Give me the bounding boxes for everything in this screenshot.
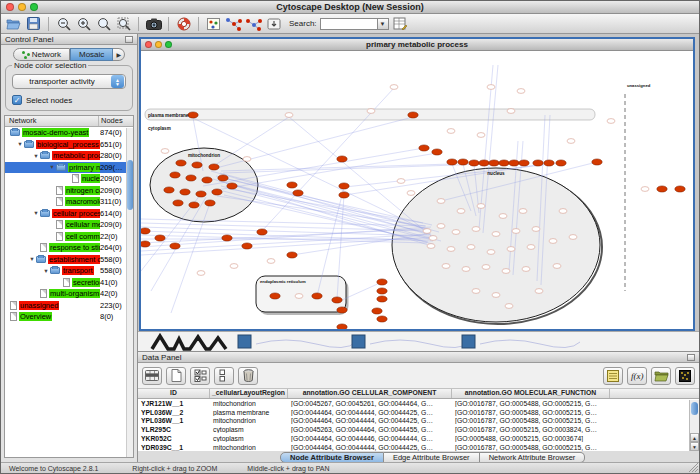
help-icon[interactable] [175, 16, 192, 32]
table-row[interactable]: YPL036W__1mitochondrion[GO:0044464, GO:0… [138, 417, 699, 426]
graph-node-orange[interactable] [186, 175, 196, 181]
tree-row-primary-metabo[interactable]: ▼primary metabo209(… [5, 162, 133, 174]
graph-node-white[interactable] [517, 89, 525, 94]
graph-node-orange[interactable] [499, 160, 509, 166]
tab-mosaic[interactable]: Mosaic [70, 48, 113, 61]
tree-row-nucleobase-[interactable]: nucleobase-209(0) [5, 173, 133, 185]
graph-node-white[interactable] [230, 264, 238, 269]
graph-node-orange[interactable] [372, 308, 382, 314]
column-header-0[interactable]: ID [138, 389, 210, 398]
graph-node-white[interactable] [285, 113, 293, 118]
graph-node-nucleus[interactable] [527, 245, 535, 250]
scroll-up-button[interactable]: ▲ [690, 433, 699, 442]
attribute-table-header[interactable]: ID_cellularLayoutRegionannotation.GO CEL… [138, 389, 699, 399]
graph-node-nucleus[interactable] [492, 232, 500, 237]
graph-node-orange[interactable] [155, 235, 165, 241]
expand-triangle-icon[interactable]: ▼ [48, 164, 56, 170]
graph-node-white[interactable] [607, 119, 615, 124]
graph-node-nucleus[interactable] [467, 245, 475, 250]
graph-node-orange[interactable] [202, 177, 212, 183]
tree-row-unassigned[interactable]: unassigned223(0) [5, 300, 133, 312]
column-header-2[interactable]: annotation.GO CELLULAR_COMPONENT [288, 389, 452, 398]
create-attribute-icon[interactable] [166, 367, 186, 385]
graph-node-white[interactable] [243, 157, 251, 162]
node-color-dropdown[interactable]: transporter activity ▲▼ [12, 74, 126, 89]
graph-node-white[interactable] [161, 149, 169, 154]
graph-node-white[interactable] [267, 259, 275, 264]
zoom-selected-icon[interactable] [95, 16, 112, 32]
graph-node-orange[interactable] [176, 160, 186, 166]
expand-triangle-icon[interactable]: ▼ [28, 256, 36, 262]
expand-triangle-icon[interactable]: ▼ [42, 268, 50, 274]
tree-row-nitrogen-compo[interactable]: nitrogen compo209(0) [5, 185, 133, 197]
table-row[interactable]: YJR121W__1mitochondrion[GO:0045267, GO:0… [138, 399, 699, 408]
graph-node-nucleus[interactable] [437, 224, 445, 229]
zoom-in-icon[interactable] [75, 16, 92, 32]
zoom-fit-icon[interactable] [115, 16, 132, 32]
tab-overflow-button[interactable]: ▶ [113, 48, 125, 61]
table-row[interactable]: YKR052Ccytoplasm[GO:0044464, GO:0044446,… [138, 434, 699, 443]
graph-node-nucleus[interactable] [549, 239, 557, 244]
graph-node-white[interactable] [507, 109, 515, 114]
tree-row-multi-organism-pro[interactable]: multi-organism pro42(0) [5, 288, 133, 300]
graph-node-orange[interactable] [196, 191, 206, 197]
graph-node-orange[interactable] [170, 243, 180, 249]
graph-node-orange[interactable] [218, 175, 228, 181]
graph-node-nucleus[interactable] [452, 230, 460, 235]
graph-node-orange[interactable] [657, 186, 667, 192]
graph-node-orange[interactable] [458, 159, 468, 165]
graph-node-white[interactable] [641, 187, 649, 192]
graph-node-orange[interactable] [257, 229, 267, 235]
graph-node-orange[interactable] [447, 159, 457, 165]
graph-node-orange[interactable] [509, 160, 519, 166]
graph-node-nucleus[interactable] [522, 267, 530, 272]
tree-row-cell-communicat[interactable]: cell communicat22(0) [5, 231, 133, 243]
graph-node-orange[interactable] [489, 160, 499, 166]
graph-node-nucleus[interactable] [427, 244, 435, 249]
graph-node-nucleus[interactable] [507, 247, 515, 252]
tree-row-mosaic-demo-yeast[interactable]: mosaic-demo-yeast874(0) [5, 127, 133, 139]
graph-node-orange[interactable] [339, 192, 349, 198]
graph-node-orange[interactable] [212, 189, 222, 195]
tree-row-cellular-process[interactable]: ▼cellular process614(0) [5, 208, 133, 220]
expand-triangle-icon[interactable]: ▼ [32, 153, 40, 159]
graph-node-white[interactable] [295, 294, 303, 299]
graph-node-orange[interactable] [533, 160, 543, 166]
tree-row-biological-process[interactable]: ▼biological_process651(0) [5, 139, 133, 151]
graph-node-nucleus[interactable] [429, 236, 437, 241]
tree-row-macromolecule[interactable]: macromolecule311(0) [5, 196, 133, 208]
resize-grip[interactable] [689, 463, 698, 472]
select-attributes-icon[interactable] [190, 367, 210, 385]
float-panel-icon[interactable] [125, 36, 133, 43]
graph-node-orange[interactable] [192, 162, 202, 168]
graph-node-orange[interactable] [209, 164, 219, 170]
vizmap-icon[interactable] [225, 16, 242, 32]
graph-node-orange[interactable] [189, 202, 199, 208]
graph-node-nucleus[interactable] [462, 267, 470, 272]
graph-node-orange[interactable] [469, 160, 479, 166]
graph-node-nucleus[interactable] [447, 247, 455, 252]
expand-triangle-icon[interactable]: ▼ [16, 141, 24, 147]
graph-node-orange[interactable] [293, 190, 303, 196]
graph-node-orange[interactable] [675, 186, 685, 192]
open-icon[interactable] [5, 16, 22, 32]
table-row[interactable]: YLR295Ccytoplasm[GO:0045263, GO:0044464,… [138, 425, 699, 434]
delete-attribute-icon[interactable] [238, 367, 258, 385]
graph-node-orange[interactable] [479, 160, 489, 166]
graph-node-orange[interactable] [173, 200, 183, 206]
graph-node-orange[interactable] [377, 279, 387, 285]
graph-node-nucleus[interactable] [442, 264, 450, 269]
graph-node-nucleus[interactable] [553, 264, 561, 269]
graph-node-nucleus[interactable] [437, 199, 445, 204]
graph-node-orange[interactable] [332, 297, 342, 303]
tree-row-metabolic-process[interactable]: ▼metabolic process280(0) [5, 150, 133, 162]
graph-node-nucleus[interactable] [519, 209, 527, 214]
table-row[interactable]: YDR039C__1mitochondrion[GO:0044464, GO:0… [138, 443, 699, 451]
graph-node-white[interactable] [397, 179, 405, 184]
graph-node-nucleus[interactable] [492, 293, 500, 298]
graph-node-orange[interactable] [377, 296, 387, 302]
graph-node-orange[interactable] [170, 172, 180, 178]
tree-row-secretion[interactable]: secretion41(0) [5, 277, 133, 289]
graph-node-orange[interactable] [270, 293, 280, 299]
snapshot-icon[interactable] [145, 16, 162, 32]
